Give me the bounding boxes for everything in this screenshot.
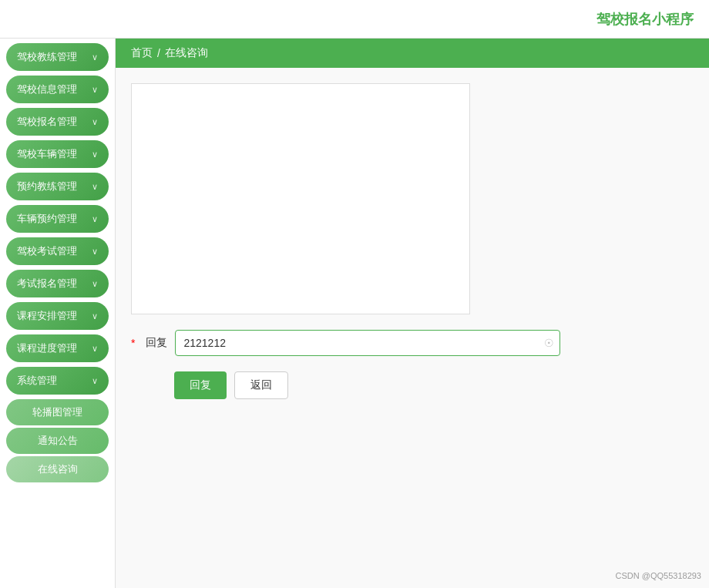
sidebar-item-exam-enroll[interactable]: 考试报名管理 ∨: [6, 270, 109, 297]
sidebar-subitem-carousel[interactable]: 轮播图管理: [6, 399, 109, 425]
reply-input-wrapper: ☉: [175, 330, 560, 356]
sidebar-item-label: 驾校教练管理: [17, 50, 77, 64]
sidebar-subitem-online-consult[interactable]: 在线咨询: [6, 456, 109, 482]
sidebar-item-school-info[interactable]: 驾校信息管理 ∨: [6, 76, 109, 103]
reply-label: 回复: [146, 336, 167, 350]
main-content: 首页 / 在线咨询 * 回复 ☉ 回复 返回: [116, 39, 709, 588]
sidebar-item-school-enroll[interactable]: 驾校报名管理 ∨: [6, 108, 109, 136]
chevron-down-icon: ∨: [92, 247, 98, 257]
reply-button[interactable]: 回复: [174, 371, 227, 399]
chevron-down-icon: ∨: [92, 52, 98, 62]
sidebar-item-vehicle-mgmt[interactable]: 驾校车辆管理 ∨: [6, 140, 109, 168]
message-display-box: [131, 83, 470, 314]
sidebar-subitem-label: 通知公告: [38, 434, 78, 448]
sidebar-item-course-arrange[interactable]: 课程安排管理 ∨: [6, 302, 109, 330]
layout: 驾校教练管理 ∨ 驾校信息管理 ∨ 驾校报名管理 ∨ 驾校车辆管理 ∨ 预约教练…: [0, 39, 709, 588]
sidebar-item-label: 系统管理: [17, 374, 57, 388]
form-row-reply: * 回复 ☉: [131, 330, 694, 356]
sidebar-item-system-mgmt[interactable]: 系统管理 ∨: [6, 367, 109, 395]
sidebar-item-course-progress[interactable]: 课程进度管理 ∨: [6, 334, 109, 362]
chevron-down-icon: ∨: [92, 182, 98, 192]
breadcrumb-home: 首页: [131, 46, 153, 60]
breadcrumb-separator: /: [157, 47, 160, 59]
sidebar-item-appt-coach[interactable]: 预约教练管理 ∨: [6, 173, 109, 200]
sidebar-item-label: 课程进度管理: [17, 341, 77, 355]
sidebar-subitem-label: 在线咨询: [38, 462, 78, 476]
sidebar-item-vehicle-appt[interactable]: 车辆预约管理 ∨: [6, 205, 109, 233]
sidebar-subitem-label: 轮播图管理: [32, 405, 82, 419]
chevron-down-icon: ∨: [92, 117, 98, 127]
sidebar-item-label: 考试报名管理: [17, 277, 77, 291]
watermark: CSDN @QQ55318293: [616, 571, 701, 580]
page-content: * 回复 ☉ 回复 返回: [116, 68, 709, 588]
button-row: 回复 返回: [174, 371, 694, 399]
sidebar-item-label: 驾校信息管理: [17, 82, 77, 96]
chevron-down-icon: ∨: [92, 311, 98, 321]
chevron-down-icon: ∨: [92, 85, 98, 95]
back-button[interactable]: 返回: [234, 371, 288, 399]
chevron-down-icon: ∨: [92, 376, 98, 386]
reply-input[interactable]: [175, 330, 560, 356]
breadcrumb: 首页 / 在线咨询: [116, 39, 709, 68]
sidebar-item-label: 驾校报名管理: [17, 115, 77, 129]
sidebar-item-label: 车辆预约管理: [17, 212, 77, 226]
chevron-down-icon: ∨: [92, 150, 98, 160]
sidebar-item-label: 课程安排管理: [17, 309, 77, 323]
sidebar-item-label: 驾校车辆管理: [17, 147, 77, 161]
sidebar-subitem-notice[interactable]: 通知公告: [6, 428, 109, 454]
clear-icon[interactable]: ☉: [544, 337, 554, 349]
required-indicator: *: [131, 337, 135, 349]
chevron-down-icon: ∨: [92, 344, 98, 354]
chevron-down-icon: ∨: [92, 279, 98, 289]
sidebar-item-exam-mgmt[interactable]: 驾校考试管理 ∨: [6, 237, 109, 265]
sidebar-item-label: 预约教练管理: [17, 180, 77, 193]
breadcrumb-current: 在线咨询: [165, 46, 208, 60]
app-title: 驾校报名小程序: [596, 10, 694, 29]
sidebar: 驾校教练管理 ∨ 驾校信息管理 ∨ 驾校报名管理 ∨ 驾校车辆管理 ∨ 预约教练…: [0, 39, 116, 588]
sidebar-item-coach-mgmt[interactable]: 驾校教练管理 ∨: [6, 43, 109, 71]
header: 驾校报名小程序: [0, 0, 709, 39]
chevron-down-icon: ∨: [92, 214, 98, 224]
sidebar-item-label: 驾校考试管理: [17, 244, 77, 258]
